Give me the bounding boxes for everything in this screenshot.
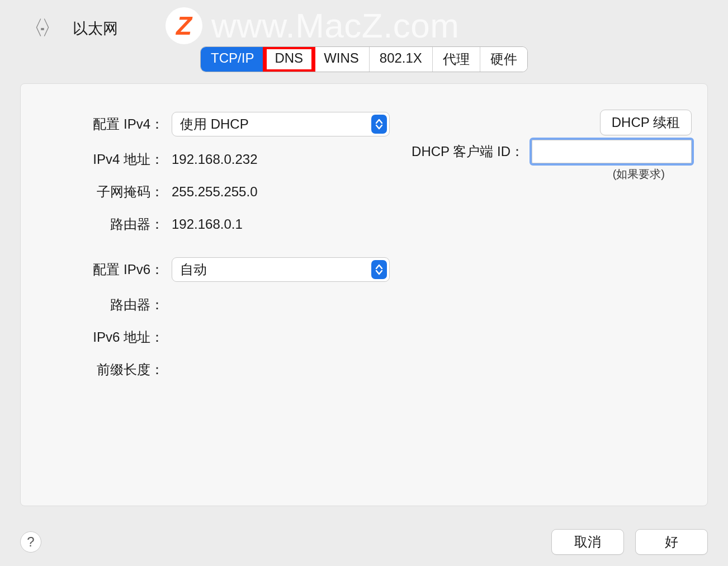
ok-label: 好: [665, 533, 678, 551]
ok-button[interactable]: 好: [635, 529, 708, 555]
tab-8021x[interactable]: 802.1X: [370, 47, 433, 72]
dhcp-client-id-label: DHCP 客户端 ID：: [412, 143, 524, 161]
cancel-button[interactable]: 取消: [551, 529, 624, 555]
page-title: 以太网: [73, 18, 118, 39]
configure-ipv4-select[interactable]: 使用 DHCP: [172, 112, 390, 136]
dhcp-renew-label: DHCP 续租: [612, 114, 680, 131]
tab-label: 代理: [443, 51, 470, 67]
configure-ipv4-label: 配置 IPv4：: [37, 115, 164, 133]
tab-hardware[interactable]: 硬件: [480, 47, 527, 72]
configure-ipv4-value: 使用 DHCP: [180, 115, 367, 133]
tab-dns[interactable]: DNS: [264, 47, 314, 72]
back-icon[interactable]: 〈··〉: [23, 15, 57, 42]
tab-label: DNS: [275, 50, 303, 65]
settings-panel: 配置 IPv4： 使用 DHCP IPv4 地址： 192.168.0.232 …: [20, 83, 708, 506]
chevron-up-down-icon: [371, 260, 387, 279]
tab-tcpip[interactable]: TCP/IP: [201, 47, 264, 72]
tabs: TCP/IP DNS WINS 802.1X 代理 硬件: [200, 46, 528, 72]
tab-label: TCP/IP: [211, 50, 254, 65]
ipv4-router-label: 路由器：: [37, 215, 164, 233]
tab-label: 802.1X: [380, 50, 422, 65]
prefix-length-label: 前缀长度：: [37, 361, 164, 379]
help-button[interactable]: ?: [20, 531, 41, 553]
cancel-label: 取消: [574, 533, 601, 551]
subnet-mask-value: 255.255.255.0: [172, 184, 257, 200]
configure-ipv6-value: 自动: [180, 261, 367, 279]
dhcp-client-id-input[interactable]: [532, 140, 692, 163]
configure-ipv6-label: 配置 IPv6：: [37, 261, 164, 279]
ipv4-address-value: 192.168.0.232: [172, 152, 257, 167]
chevron-up-down-icon: [371, 115, 387, 134]
tab-label: 硬件: [490, 51, 517, 67]
help-icon: ?: [27, 534, 34, 550]
tab-wins[interactable]: WINS: [314, 47, 370, 72]
ipv4-router-value: 192.168.0.1: [172, 216, 243, 232]
tab-proxy[interactable]: 代理: [433, 47, 480, 72]
dhcp-renew-button[interactable]: DHCP 续租: [600, 110, 692, 135]
dhcp-client-id-hint: (如果要求): [613, 167, 665, 182]
ipv6-router-label: 路由器：: [37, 296, 164, 314]
configure-ipv6-select[interactable]: 自动: [172, 257, 390, 282]
ipv4-address-label: IPv4 地址：: [37, 150, 164, 168]
ipv6-address-label: IPv6 地址：: [37, 328, 164, 346]
subnet-mask-label: 子网掩码：: [37, 183, 164, 201]
tab-label: WINS: [324, 50, 359, 65]
